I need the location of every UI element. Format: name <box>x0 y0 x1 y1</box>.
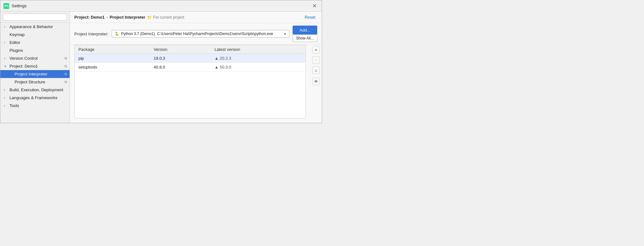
sidebar-item-label: Languages & Frameworks <box>9 95 58 100</box>
sidebar-items-container: ›Appearance & BehaviorKeymap›EditorPlugi… <box>0 23 70 110</box>
content-area: Project: Demo1 › Project Interpreter 📁 F… <box>70 12 322 123</box>
title-bar: PC Settings ✕ <box>0 0 322 12</box>
breadcrumb-bar: Project: Demo1 › Project Interpreter 📁 F… <box>70 12 322 23</box>
sidebar-item-appearance[interactable]: ›Appearance & Behavior <box>0 23 70 31</box>
table-row[interactable]: setuptools40.8.0▲ 50.3.0 <box>75 63 306 72</box>
interpreter-row: Project Interpreter: 🐍 Python 3.7 (Demo1… <box>70 23 322 45</box>
packages-tbody: pip19.0.3▲ 20.2.3setuptools40.8.0▲ 50.3.… <box>75 54 306 72</box>
sidebar-item-label: Version Control <box>9 56 38 61</box>
interpreter-buttons: Add... Show All... <box>293 26 317 42</box>
reset-button[interactable]: Reset <box>303 14 317 20</box>
folder-icon: 📁 <box>147 15 152 20</box>
sidebar-item-version-control[interactable]: ›Version Control⧉ <box>0 54 70 62</box>
title-bar-left: PC Settings <box>3 3 27 9</box>
breadcrumb-separator: › <box>106 15 108 20</box>
copy-icon: ⧉ <box>65 56 67 60</box>
packages-data-table: Package Version Latest version pip19.0.3… <box>75 45 306 72</box>
sidebar-item-project-structure[interactable]: Project Structure⧉ <box>0 78 70 86</box>
add-package-button[interactable]: + <box>312 46 320 54</box>
cell-latest-version: ▲ 20.2.3 <box>211 54 306 63</box>
side-actions: + − ▲ 👁 <box>310 45 322 123</box>
cell-version: 40.8.0 <box>150 63 211 72</box>
chevron-icon: › <box>4 96 8 99</box>
sidebar-item-tools[interactable]: ›Tools <box>0 102 70 110</box>
col-package: Package <box>75 45 150 54</box>
sidebar-item-label: Build, Execution, Deployment <box>9 87 63 92</box>
interpreter-label: Project Interpreter: <box>74 32 108 36</box>
breadcrumb: Project: Demo1 › Project Interpreter 📁 F… <box>74 15 184 20</box>
dropdown-arrow-icon: ▼ <box>283 32 287 36</box>
sidebar-item-project-interpreter[interactable]: Project Interpreter⧉ <box>0 70 70 78</box>
python-icon: 🐍 <box>115 32 119 36</box>
sidebar-item-label: Editor <box>9 40 20 45</box>
col-version: Version <box>150 45 211 54</box>
search-input[interactable] <box>3 14 67 21</box>
chevron-icon: ∨ <box>4 64 8 68</box>
copy-icon: ⧉ <box>65 72 67 76</box>
title-bar-title: Settings <box>12 3 27 8</box>
sidebar-item-languages[interactable]: ›Languages & Frameworks <box>0 94 70 102</box>
interpreter-value: Python 3.7 (Demo1) C:\Users\Peter Hai\Py… <box>121 32 273 36</box>
copy-icon: ⧉ <box>65 80 67 84</box>
upgrade-package-button[interactable]: ▲ <box>312 66 320 74</box>
sidebar: 🔍 ›Appearance & BehaviorKeymap›EditorPlu… <box>0 12 70 123</box>
packages-table: Package Version Latest version pip19.0.3… <box>74 45 306 118</box>
svg-text:PC: PC <box>4 4 9 8</box>
eye-button[interactable]: 👁 <box>312 78 320 85</box>
sidebar-item-plugins[interactable]: Plugins <box>0 46 70 54</box>
sidebar-item-label: Plugins <box>9 48 23 53</box>
sidebar-item-label: Appearance & Behavior <box>9 24 53 29</box>
table-area: Package Version Latest version pip19.0.3… <box>70 45 322 123</box>
col-latest-version: Latest version <box>211 45 306 54</box>
main-layout: 🔍 ›Appearance & BehaviorKeymap›EditorPlu… <box>0 12 322 123</box>
sidebar-item-project-demo1[interactable]: ∨Project: Demo1⧉ <box>0 62 70 70</box>
sidebar-item-editor[interactable]: ›Editor <box>0 39 70 46</box>
sidebar-item-label: Tools <box>9 103 19 108</box>
close-button[interactable]: ✕ <box>311 2 319 9</box>
breadcrumb-parent: Project: Demo1 <box>74 15 104 20</box>
chevron-icon: › <box>4 41 8 44</box>
chevron-icon: › <box>4 57 8 60</box>
remove-package-button[interactable]: − <box>312 56 320 64</box>
breadcrumb-current: Project Interpreter <box>110 15 146 20</box>
copy-icon: ⧉ <box>65 64 67 68</box>
sidebar-item-label: Keymap <box>9 32 25 37</box>
sidebar-item-keymap[interactable]: Keymap <box>0 31 70 39</box>
cell-latest-version: ▲ 50.3.0 <box>211 63 306 72</box>
add-interpreter-button[interactable]: Add... <box>293 26 317 34</box>
table-header-row: Package Version Latest version <box>75 45 306 54</box>
search-box: 🔍 <box>0 12 70 23</box>
for-current-project: 📁 For current project <box>147 15 184 20</box>
sidebar-item-build-execution[interactable]: ›Build, Execution, Deployment <box>0 86 70 94</box>
cell-package: pip <box>75 54 150 63</box>
chevron-icon: › <box>4 88 8 92</box>
pycharm-logo-icon: PC <box>3 3 9 9</box>
table-row[interactable]: pip19.0.3▲ 20.2.3 <box>75 54 306 63</box>
search-wrapper: 🔍 <box>3 14 67 21</box>
cell-version: 19.0.3 <box>150 54 211 63</box>
sidebar-item-label: Project Interpreter <box>15 72 47 76</box>
interpreter-select[interactable]: 🐍 Python 3.7 (Demo1) C:\Users\Peter Hai\… <box>112 30 289 38</box>
sidebar-item-label: Project Structure <box>15 80 45 84</box>
sidebar-item-label: Project: Demo1 <box>9 64 38 69</box>
chevron-icon: › <box>4 25 8 28</box>
show-all-button[interactable]: Show All... <box>293 34 317 42</box>
cell-package: setuptools <box>75 63 150 72</box>
chevron-icon: › <box>4 104 8 107</box>
